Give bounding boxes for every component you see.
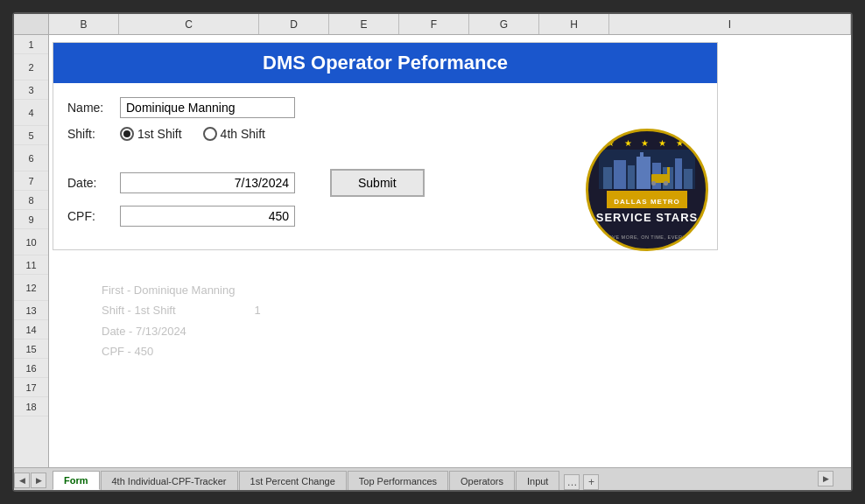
- name-row: Name:: [67, 97, 703, 118]
- row-13: 13: [14, 301, 48, 320]
- row-14: 14: [14, 320, 48, 340]
- shift-1st-option[interactable]: 1st Shift: [120, 127, 182, 141]
- row-7: 7: [14, 172, 48, 191]
- col-header-f: F: [399, 14, 469, 34]
- row-8: 8: [14, 191, 48, 210]
- logo-tagline: WE MOVE MORE, ON TIME, EVERY TIME: [593, 234, 700, 240]
- svg-rect-12: [651, 181, 656, 186]
- submit-button[interactable]: Submit: [330, 169, 425, 197]
- svg-rect-1: [603, 167, 612, 189]
- tab-scroll-left-btn[interactable]: ◀: [14, 472, 30, 488]
- col-header-d: D: [259, 14, 329, 34]
- radio-group: 1st Shift 4th Shift: [120, 127, 265, 141]
- watermark-line-1: First - Dominique Manning: [102, 280, 261, 300]
- tab-extras: … +: [564, 474, 599, 490]
- row-17: 17: [14, 378, 48, 397]
- row-5: 5: [14, 126, 48, 145]
- row-16: 16: [14, 359, 48, 378]
- grid-area: 1 2 3 4 5 6 7 8 9 10 11 12 13 14 15 16 1…: [14, 35, 851, 467]
- logo-circle: ★ ★ ★ ★ ★: [586, 129, 708, 251]
- col-header-h: H: [539, 14, 609, 34]
- watermark-key-2: Shift - 1st Shift: [102, 300, 176, 320]
- tab-top-performances[interactable]: Top Performances: [348, 471, 448, 490]
- tab-4th-individual[interactable]: 4th Individual-CPF-Tracker: [101, 471, 238, 490]
- tab-input[interactable]: Input: [516, 471, 559, 490]
- column-headers: B C D E F G H I: [14, 14, 851, 35]
- shift-1st-radio[interactable]: [120, 127, 134, 141]
- cpf-input[interactable]: [120, 206, 295, 227]
- svg-rect-2: [614, 160, 626, 189]
- watermark-key-3: Date - 7/13/2024: [102, 321, 186, 341]
- svg-rect-8: [675, 158, 682, 189]
- col-header-c: C: [119, 14, 259, 34]
- row-3: 3: [14, 80, 48, 100]
- cpf-label: CPF:: [67, 209, 120, 223]
- shift-4th-label: 4th Shift: [221, 127, 265, 141]
- row-1: 1: [14, 35, 48, 54]
- row-9: 9: [14, 210, 48, 229]
- col-header-i: I: [609, 14, 851, 34]
- logo-skyline-svg: [599, 150, 695, 189]
- tab-scroll-right-arrow[interactable]: ▶: [818, 471, 833, 486]
- watermark-line-4: CPF - 450: [102, 341, 261, 361]
- svg-rect-3: [628, 165, 635, 189]
- logo-service-text: SERVICE STARS: [596, 211, 699, 224]
- form-title: DMS Operator Peformance: [53, 43, 717, 83]
- logo-stars: ★ ★ ★ ★ ★: [607, 138, 687, 148]
- tab-bar: ◀ ▶ Form 4th Individual-CPF-Tracker 1st …: [14, 467, 851, 490]
- spreadsheet: B C D E F G H I 1 2 3 4 5 6 7 8 9 10 11 …: [12, 12, 853, 492]
- tab-ellipsis-btn[interactable]: …: [564, 474, 580, 490]
- name-label: Name:: [67, 101, 120, 115]
- svg-rect-9: [684, 169, 693, 189]
- svg-rect-11: [667, 167, 670, 183]
- watermark-extra-2: 1: [255, 300, 261, 320]
- col-header-g: G: [469, 14, 539, 34]
- row-15: 15: [14, 340, 48, 359]
- watermark-line-2: Shift - 1st Shift 1: [102, 300, 261, 320]
- tab-scroll-buttons: ◀ ▶: [14, 472, 46, 488]
- row-numbers: 1 2 3 4 5 6 7 8 9 10 11 12 13 14 15 16 1…: [14, 35, 49, 467]
- form-body: Name: Shift: 1st Shift: [53, 94, 717, 249]
- tab-form[interactable]: Form: [53, 471, 100, 490]
- tab-1st-percent-change[interactable]: 1st Percent Change: [239, 471, 347, 490]
- shift-4th-radio[interactable]: [203, 127, 217, 141]
- date-label: Date:: [67, 176, 120, 190]
- watermark-area: First - Dominique Manning Shift - 1st Sh…: [102, 280, 261, 362]
- grid-content: DMS Operator Peformance Name: Shift:: [49, 35, 851, 467]
- logo-inner: ★ ★ ★ ★ ★: [588, 131, 706, 248]
- shift-label: Shift:: [67, 127, 120, 141]
- tab-scroll-right-btn[interactable]: ▶: [31, 472, 46, 488]
- row-2: 2: [14, 54, 48, 80]
- row-6: 6: [14, 145, 48, 172]
- name-input[interactable]: [120, 97, 295, 118]
- shift-1st-label: 1st Shift: [137, 127, 182, 141]
- row-11: 11: [14, 256, 48, 275]
- tab-operators[interactable]: Operators: [449, 471, 515, 490]
- row-12: 12: [14, 275, 48, 301]
- svg-rect-13: [664, 181, 668, 186]
- col-header-b: B: [49, 14, 119, 34]
- row-4: 4: [14, 100, 48, 126]
- shift-4th-option[interactable]: 4th Shift: [203, 127, 265, 141]
- tab-add-btn[interactable]: +: [583, 474, 599, 490]
- corner-cell: [14, 14, 49, 35]
- watermark-key-4: CPF - 450: [102, 341, 153, 361]
- row-18: 18: [14, 397, 48, 416]
- watermark-line-3: Date - 7/13/2024: [102, 321, 261, 341]
- logo-dallas-text: DALLAS METRO: [614, 198, 680, 206]
- svg-rect-4: [636, 157, 651, 189]
- col-header-e: E: [329, 14, 399, 34]
- watermark-key-1: First - Dominique Manning: [102, 280, 235, 300]
- row-10: 10: [14, 229, 48, 256]
- logo-area: ★ ★ ★ ★ ★: [586, 129, 708, 295]
- form-card: DMS Operator Peformance Name: Shift:: [53, 42, 718, 250]
- tab-scroll-right-end-btn[interactable]: ▶: [818, 471, 833, 486]
- svg-rect-5: [640, 152, 643, 159]
- date-input[interactable]: [120, 172, 295, 193]
